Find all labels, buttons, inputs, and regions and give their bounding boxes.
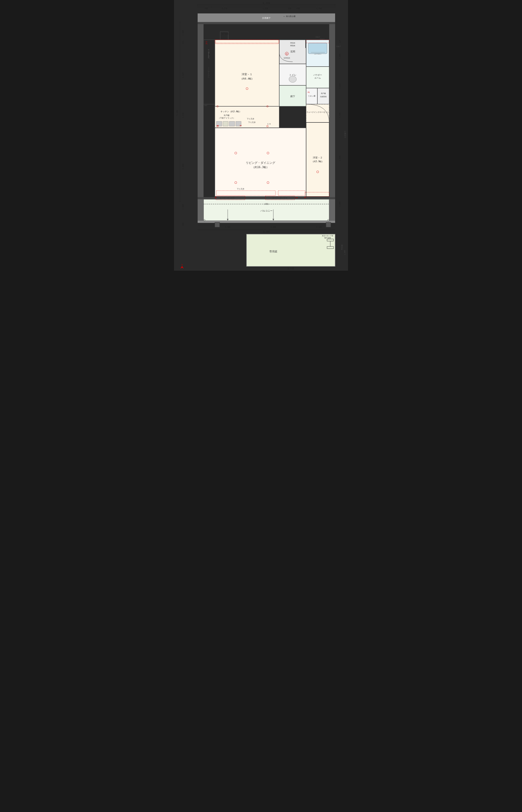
dim-2700: 2,700 xyxy=(225,226,230,228)
mengoshi-right: 面格子 xyxy=(336,45,341,47)
toilet-fixture xyxy=(289,76,297,82)
powder-label2: ルーム xyxy=(315,77,321,79)
dim-right-1100: 1,100 xyxy=(339,113,341,118)
linen-label: リネン庫 xyxy=(308,95,316,97)
dim-1740: 1,740 xyxy=(316,7,322,10)
dim-right-2000: 2,000 xyxy=(339,54,341,59)
mengoshi2: 面格子 xyxy=(316,36,320,38)
dim-2250: 2,250 xyxy=(182,113,184,118)
powder-label: パウダー xyxy=(313,74,322,76)
ps-right-label: PS xyxy=(308,91,310,93)
manshuno-label: 間収納 xyxy=(290,45,295,46)
yoshitsu2-size: （約5.9帖） xyxy=(312,160,324,163)
balcony-label: バルコニー xyxy=(260,209,273,212)
bottom-block-left xyxy=(215,222,220,227)
right-corridor-label: 共用廊下 xyxy=(344,130,346,138)
right-pier xyxy=(329,22,335,199)
appliance2 xyxy=(223,121,228,126)
garden-label: 専用庭 xyxy=(269,250,277,253)
curtain-box2-label: カーテンボックス xyxy=(272,197,287,199)
yoshitsu2-label: 洋室－２ xyxy=(313,156,322,159)
utility-label: 用戸棚 xyxy=(321,93,326,94)
mm-kitchen2: MM xyxy=(240,125,242,126)
dim-700: 700 xyxy=(205,7,208,10)
mmp-label: MMP xyxy=(204,104,207,106)
balcony-pier-right xyxy=(329,199,335,221)
dim-1530: 1,530 xyxy=(262,7,268,10)
floor-plan-svg: 8,200 700 3,270 1,530 310 450 1,740 9,30… xyxy=(174,0,348,271)
dim-right-127: 127 xyxy=(339,40,341,43)
kitchen-label: キッチン（約3.4帖） xyxy=(220,110,241,113)
living-label: リビング・ダイニング xyxy=(246,161,276,165)
makura-label: 間収納 xyxy=(290,42,295,44)
left-pier xyxy=(198,22,203,199)
common-corridor-label: 共用廊下 xyxy=(262,17,271,19)
mm-label1: MM xyxy=(215,197,217,199)
dim-3270: 3,270 xyxy=(222,7,227,10)
garden-area xyxy=(246,234,335,266)
toilet-label: トイレ xyxy=(289,74,297,76)
tenjou-label: 下り天井 xyxy=(248,121,256,123)
genkan-circle-label: ⑫ xyxy=(286,53,287,55)
ac-label: AC xyxy=(206,41,207,43)
yoshitsu1-label: 洋室－１ xyxy=(242,73,253,76)
balcony-pier-left xyxy=(198,199,203,221)
mm-kitchen: MM xyxy=(217,125,219,126)
gr-label: G R xyxy=(267,123,271,125)
dim-right-3800: 3,800 xyxy=(339,156,341,161)
hanger-label: 吊戸棚 xyxy=(224,115,229,117)
dim-3025: 3,025 xyxy=(182,72,184,78)
dim-garden-5600: 5,600 xyxy=(287,267,294,270)
dim-3600: 3,600 xyxy=(182,164,184,169)
yuka-tenken-label: 床下点検口 xyxy=(222,33,229,35)
oshiire-label: ← 保入防止棚 xyxy=(284,15,295,18)
closet-left-label: クローゼット xyxy=(207,67,210,78)
dim-top-total: 8,200 xyxy=(263,2,270,4)
living-size: （約16.3帖） xyxy=(252,166,269,169)
corridor-label: 廊下 xyxy=(290,95,295,98)
appliance3 xyxy=(229,121,235,126)
dim-2000-bot: 2,000 xyxy=(182,204,184,209)
dim-2000-top: 2,000 xyxy=(182,30,184,36)
living-tenjou-label: 下り天井 xyxy=(237,188,244,190)
stand-label2: 物干金物 xyxy=(324,237,331,239)
genkan-shuuno: 玄関収納 xyxy=(284,57,290,59)
curtain-box1-label: カーテンボックス xyxy=(220,197,235,199)
yoshitsu1-size: （約6.4帖） xyxy=(240,77,254,80)
right-note: 1,500 xyxy=(344,250,346,255)
page-container: 8,200 700 3,270 1,530 310 450 1,740 9,30… xyxy=(174,0,348,271)
ps-label: PS xyxy=(206,43,207,45)
mm-label3: MM xyxy=(304,197,306,199)
right-side-label2: 専用庭 xyxy=(341,244,343,250)
washing-label: 洗濯置場 xyxy=(320,96,326,98)
bottom-wall-main xyxy=(198,197,335,199)
yoshitsu2-room xyxy=(306,122,329,197)
mm-label2: MM xyxy=(296,197,298,199)
dim-bottom-8200: 8,200 xyxy=(263,231,269,233)
dim-425: 425 xyxy=(182,41,184,44)
bottom-block-right xyxy=(326,222,331,227)
north-label: N xyxy=(182,264,183,266)
bathtub xyxy=(308,43,327,54)
dim-left-total: 9,300 xyxy=(176,110,178,116)
stand-label1: 自立スタンド型 xyxy=(322,235,333,237)
dim-3000: 3,000 xyxy=(270,226,276,228)
closet-left-label2: クローゼット xyxy=(207,49,209,59)
dim-450: 450 xyxy=(297,7,300,10)
dim-300: 300 xyxy=(182,223,184,226)
genkan-label: 玄関 xyxy=(290,50,295,53)
dim-2500: 2,500 xyxy=(316,226,322,228)
top-wall xyxy=(198,22,335,24)
dim-310: 310 xyxy=(288,7,292,10)
walkin-label: ウォークインクローゼット xyxy=(306,111,329,113)
hanger-sub: （下部アイラック） xyxy=(218,117,235,119)
dim-right-1045: 1,045 xyxy=(339,83,341,88)
walkin-closet xyxy=(306,104,329,122)
kudari-label-k: 下り天井 xyxy=(247,118,254,120)
dim-right-2000-bot: 2,000 xyxy=(339,201,341,207)
